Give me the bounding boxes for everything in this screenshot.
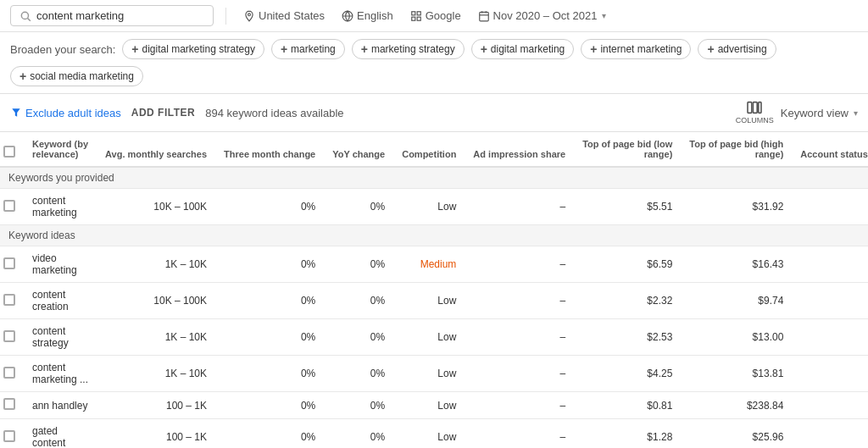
- row-ad-impression: –: [465, 189, 574, 225]
- select-all-header[interactable]: [0, 132, 24, 167]
- section-header-row: Keywords you provided: [0, 167, 868, 189]
- section-header-row: Keyword ideas: [0, 225, 868, 246]
- row-keyword: content marketing: [24, 189, 97, 225]
- table-row[interactable]: content marketing ...1K – 10K0%0%Low–$4.…: [0, 356, 868, 392]
- exclude-adult-button[interactable]: Exclude adult ideas: [10, 107, 121, 119]
- top-bar: United States English Google Nov 2020 – …: [0, 0, 868, 32]
- row-account-status: [792, 419, 868, 449]
- row-competition: Low: [393, 319, 465, 356]
- keyword-table: Keyword (byrelevance) Avg. monthly searc…: [0, 132, 868, 448]
- row-three-month: 0%: [215, 246, 324, 283]
- select-all-checkbox[interactable]: [3, 146, 15, 158]
- language-selector[interactable]: English: [337, 6, 398, 25]
- row-checkbox[interactable]: [3, 257, 15, 269]
- chip-marketing[interactable]: + marketing: [271, 39, 345, 59]
- add-filter-button[interactable]: ADD FILTER: [131, 107, 195, 119]
- col-keyword: Keyword (byrelevance): [24, 132, 97, 167]
- table-row[interactable]: content creation10K – 100K0%0%Low–$2.32$…: [0, 283, 868, 319]
- columns-button[interactable]: COLUMNS: [736, 101, 774, 124]
- row-three-month: 0%: [215, 283, 324, 319]
- keyword-table-container: Keyword (byrelevance) Avg. monthly searc…: [0, 132, 868, 448]
- row-bid-low: $2.32: [574, 283, 681, 319]
- keyword-view-arrow: ▾: [854, 108, 858, 118]
- row-avg-monthly: 10K – 100K: [97, 189, 215, 225]
- row-avg-monthly: 100 – 1K: [97, 392, 215, 419]
- row-avg-monthly: 1K – 10K: [97, 356, 215, 392]
- row-bid-high: $13.00: [681, 319, 792, 356]
- row-account-status: [792, 189, 868, 225]
- row-account-status: [792, 319, 868, 356]
- row-checkbox[interactable]: [0, 419, 24, 449]
- table-body: Keywords you providedcontent marketing10…: [0, 167, 868, 448]
- row-ad-impression: –: [465, 246, 574, 283]
- language-icon: [342, 10, 353, 22]
- row-keyword: video marketing: [24, 246, 97, 283]
- chip-plus-icon: +: [131, 42, 138, 56]
- table-row[interactable]: content marketing10K – 100K0%0%Low–$5.51…: [0, 189, 868, 225]
- table-header-row: Keyword (byrelevance) Avg. monthly searc…: [0, 132, 868, 167]
- svg-line-1: [28, 18, 31, 20]
- row-checkbox[interactable]: [3, 430, 15, 442]
- col-ad-impression: Ad impression share: [465, 132, 574, 167]
- svg-rect-4: [411, 11, 415, 14]
- date-range-selector[interactable]: Nov 2020 – Oct 2021 ▾: [473, 6, 612, 25]
- network-label: Google: [426, 9, 461, 22]
- keyword-view-button[interactable]: Keyword view ▾: [781, 107, 858, 119]
- chip-advertising[interactable]: + advertising: [698, 39, 776, 59]
- row-checkbox[interactable]: [0, 356, 24, 392]
- row-checkbox[interactable]: [0, 283, 24, 319]
- row-competition: Low: [393, 419, 465, 449]
- row-bid-low: $5.51: [574, 189, 681, 225]
- section-header-label: Keyword ideas: [0, 225, 868, 246]
- row-checkbox[interactable]: [3, 294, 15, 306]
- table-row[interactable]: content strategy1K – 10K0%0%Low–$2.53$13…: [0, 319, 868, 356]
- table-row[interactable]: gated content100 – 1K0%0%Low–$1.28$25.96: [0, 419, 868, 449]
- row-bid-high: $25.96: [681, 419, 792, 449]
- row-yoy: 0%: [324, 419, 393, 449]
- row-yoy: 0%: [324, 246, 393, 283]
- chip-plus-icon: +: [361, 42, 368, 56]
- svg-point-2: [248, 13, 251, 15]
- location-icon: [243, 10, 255, 22]
- row-three-month: 0%: [215, 392, 324, 419]
- table-row[interactable]: video marketing1K – 10K0%0%Medium–$6.59$…: [0, 246, 868, 283]
- row-competition: Low: [393, 189, 465, 225]
- svg-rect-5: [417, 11, 420, 14]
- search-box[interactable]: [10, 5, 214, 26]
- row-checkbox[interactable]: [0, 319, 24, 356]
- row-avg-monthly: 100 – 1K: [97, 419, 215, 449]
- row-checkbox[interactable]: [3, 367, 15, 379]
- svg-rect-14: [759, 102, 761, 113]
- row-account-status: [792, 356, 868, 392]
- table-row[interactable]: ann handley100 – 1K0%0%Low–$0.81$238.84: [0, 392, 868, 419]
- col-yoy: YoY change: [324, 132, 393, 167]
- col-account-status: Account status: [792, 132, 868, 167]
- chip-label: advertising: [718, 43, 767, 55]
- filter-bar: Exclude adult ideas ADD FILTER 894 keywo…: [0, 94, 868, 132]
- columns-icon: [746, 101, 763, 114]
- row-checkbox[interactable]: [3, 398, 15, 410]
- row-checkbox[interactable]: [3, 330, 15, 342]
- row-bid-high: $13.81: [681, 356, 792, 392]
- row-checkbox[interactable]: [0, 246, 24, 283]
- row-competition: Low: [393, 283, 465, 319]
- broaden-bar: Broaden your search: + digital marketing…: [0, 32, 868, 94]
- row-account-status: [792, 283, 868, 319]
- row-checkbox[interactable]: [0, 189, 24, 225]
- chip-social-media-marketing[interactable]: + social media marketing: [10, 66, 143, 86]
- location-selector[interactable]: United States: [238, 6, 330, 25]
- chip-internet-marketing[interactable]: + internet marketing: [581, 39, 691, 59]
- network-selector[interactable]: Google: [405, 6, 466, 25]
- row-checkbox[interactable]: [3, 200, 15, 212]
- chip-marketing-strategy[interactable]: + marketing strategy: [352, 39, 465, 59]
- chip-plus-icon: +: [590, 42, 597, 56]
- chip-digital-marketing-strategy[interactable]: + digital marketing strategy: [122, 39, 264, 59]
- row-bid-low: $0.81: [574, 392, 681, 419]
- row-checkbox[interactable]: [0, 392, 24, 419]
- search-input[interactable]: [36, 9, 189, 22]
- row-ad-impression: –: [465, 283, 574, 319]
- row-yoy: 0%: [324, 356, 393, 392]
- row-avg-monthly: 1K – 10K: [97, 246, 215, 283]
- section-header-label: Keywords you provided: [0, 167, 868, 189]
- chip-digital-marketing[interactable]: + digital marketing: [471, 39, 575, 59]
